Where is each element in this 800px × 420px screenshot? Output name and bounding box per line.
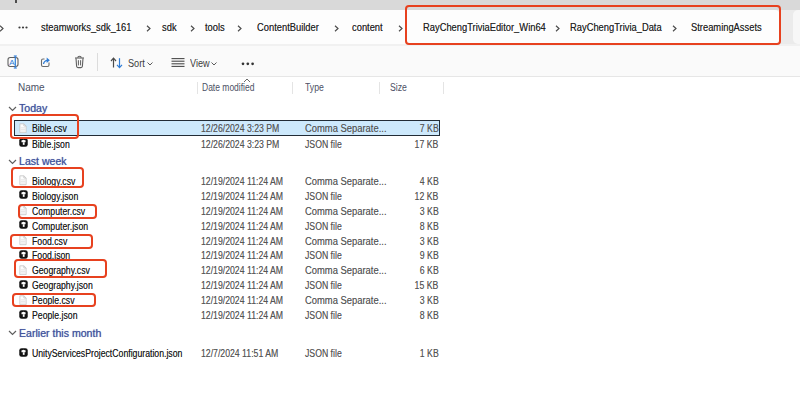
svg-text:A: A (9, 58, 15, 67)
